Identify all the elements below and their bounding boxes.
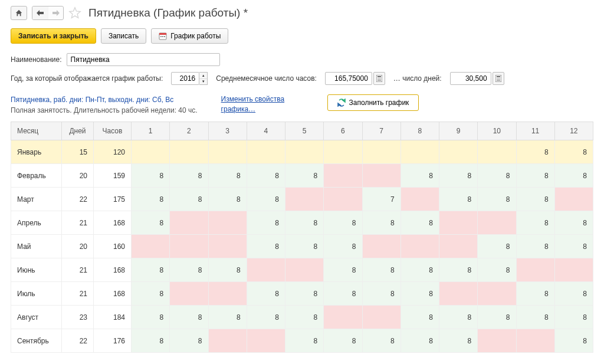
spinner-up-icon[interactable]: ▲ bbox=[199, 73, 207, 79]
cell-day[interactable]: 8 bbox=[170, 258, 208, 282]
cell-day[interactable] bbox=[170, 211, 208, 235]
cell-day[interactable]: 8 bbox=[208, 306, 247, 329]
col-day-2[interactable]: 2 bbox=[170, 122, 208, 140]
col-day-9[interactable]: 9 bbox=[439, 122, 478, 140]
cell-day[interactable]: 8 bbox=[247, 282, 285, 306]
cell-day[interactable]: 8 bbox=[516, 306, 554, 329]
cell-day[interactable]: 8 bbox=[362, 211, 401, 235]
table-row[interactable]: Май20160888888 bbox=[11, 235, 593, 258]
cell-day[interactable] bbox=[362, 164, 401, 188]
cell-day[interactable]: 8 bbox=[132, 329, 170, 353]
cell-month[interactable]: Май bbox=[11, 235, 62, 258]
cell-day[interactable] bbox=[401, 140, 439, 164]
cell-day[interactable]: 7 bbox=[362, 188, 401, 211]
cell-day[interactable] bbox=[439, 235, 478, 258]
fill-schedule-button[interactable]: Заполнить график bbox=[327, 94, 419, 111]
cell-days[interactable]: 22 bbox=[62, 188, 94, 211]
cell-month[interactable]: Август bbox=[11, 306, 62, 329]
cell-day[interactable] bbox=[478, 282, 516, 306]
cell-day[interactable]: 8 bbox=[132, 282, 170, 306]
cell-day[interactable] bbox=[285, 188, 324, 211]
year-spinner[interactable]: ▲ ▼ bbox=[199, 72, 208, 85]
col-day-4[interactable]: 4 bbox=[247, 122, 285, 140]
year-input[interactable] bbox=[171, 72, 199, 85]
edit-properties-link[interactable]: Изменить свойства графика… bbox=[221, 95, 285, 113]
cell-month[interactable]: Март bbox=[11, 188, 62, 211]
save-button[interactable]: Записать bbox=[101, 28, 146, 44]
table-row[interactable]: Март2217588887888 bbox=[11, 188, 593, 211]
cell-month[interactable]: Июнь bbox=[11, 258, 62, 282]
cell-day[interactable]: 8 bbox=[324, 282, 362, 306]
cell-day[interactable] bbox=[324, 140, 362, 164]
cell-day[interactable]: 8 bbox=[285, 282, 324, 306]
cell-day[interactable] bbox=[362, 306, 401, 329]
cell-day[interactable]: 8 bbox=[247, 188, 285, 211]
cell-day[interactable]: 8 bbox=[362, 258, 401, 282]
cell-day[interactable]: 8 bbox=[324, 258, 362, 282]
cell-day[interactable] bbox=[478, 211, 516, 235]
cell-day[interactable] bbox=[554, 258, 593, 282]
cell-day[interactable]: 8 bbox=[247, 306, 285, 329]
favorite-star-icon[interactable] bbox=[68, 6, 81, 19]
cell-day[interactable] bbox=[516, 329, 554, 353]
cell-days[interactable]: 21 bbox=[62, 211, 94, 235]
cell-day[interactable] bbox=[208, 235, 247, 258]
cell-day[interactable]: 8 bbox=[439, 164, 478, 188]
cell-day[interactable] bbox=[478, 329, 516, 353]
cell-day[interactable]: 8 bbox=[362, 282, 401, 306]
cell-day[interactable] bbox=[439, 211, 478, 235]
cell-day[interactable] bbox=[285, 140, 324, 164]
cell-day[interactable]: 8 bbox=[401, 282, 439, 306]
col-day-12[interactable]: 12 bbox=[554, 122, 593, 140]
cell-day[interactable]: 8 bbox=[516, 282, 554, 306]
table-row[interactable]: Сентябрь2217688888888 bbox=[11, 329, 593, 353]
cell-hours[interactable]: 184 bbox=[94, 306, 132, 329]
col-day-7[interactable]: 7 bbox=[362, 122, 401, 140]
table-row[interactable]: Апрель2116888888888 bbox=[11, 211, 593, 235]
cell-day[interactable]: 8 bbox=[401, 329, 439, 353]
cell-day[interactable] bbox=[170, 140, 208, 164]
cell-day[interactable] bbox=[247, 329, 285, 353]
cell-day[interactable]: 8 bbox=[554, 329, 593, 353]
table-row[interactable]: Февраль201598888888888 bbox=[11, 164, 593, 188]
cell-hours[interactable]: 168 bbox=[94, 258, 132, 282]
col-day-3[interactable]: 3 bbox=[208, 122, 247, 140]
col-day-10[interactable]: 10 bbox=[478, 122, 516, 140]
cell-day[interactable]: 8 bbox=[439, 188, 478, 211]
cell-day[interactable]: 8 bbox=[554, 282, 593, 306]
cell-day[interactable]: 8 bbox=[132, 306, 170, 329]
cell-day[interactable] bbox=[324, 306, 362, 329]
cell-day[interactable] bbox=[554, 188, 593, 211]
cell-day[interactable]: 8 bbox=[554, 140, 593, 164]
cell-day[interactable]: 8 bbox=[247, 211, 285, 235]
cell-day[interactable]: 8 bbox=[285, 329, 324, 353]
cell-day[interactable]: 8 bbox=[401, 164, 439, 188]
cell-days[interactable]: 21 bbox=[62, 282, 94, 306]
cell-day[interactable]: 8 bbox=[554, 164, 593, 188]
cell-day[interactable]: 8 bbox=[516, 140, 554, 164]
cell-day[interactable]: 8 bbox=[516, 211, 554, 235]
table-row[interactable]: Август231848888888888 bbox=[11, 306, 593, 329]
cell-day[interactable]: 8 bbox=[285, 164, 324, 188]
cell-month[interactable]: Июль bbox=[11, 282, 62, 306]
cell-day[interactable]: 8 bbox=[285, 235, 324, 258]
cell-day[interactable] bbox=[362, 140, 401, 164]
cell-month[interactable]: Январь bbox=[11, 140, 62, 164]
spinner-down-icon[interactable]: ▼ bbox=[199, 79, 207, 85]
cell-day[interactable]: 8 bbox=[554, 306, 593, 329]
cell-day[interactable]: 8 bbox=[132, 258, 170, 282]
cell-day[interactable]: 8 bbox=[170, 306, 208, 329]
cell-days[interactable]: 20 bbox=[62, 164, 94, 188]
table-row[interactable]: Июль2116888888888 bbox=[11, 282, 593, 306]
cell-day[interactable] bbox=[132, 235, 170, 258]
cell-hours[interactable]: 168 bbox=[94, 282, 132, 306]
col-day-8[interactable]: 8 bbox=[401, 122, 439, 140]
home-button[interactable] bbox=[11, 6, 27, 20]
col-month[interactable]: Месяц bbox=[11, 122, 62, 140]
cell-day[interactable]: 8 bbox=[478, 235, 516, 258]
cell-day[interactable]: 8 bbox=[478, 164, 516, 188]
cell-day[interactable] bbox=[439, 140, 478, 164]
cell-day[interactable] bbox=[132, 140, 170, 164]
cell-day[interactable]: 8 bbox=[170, 329, 208, 353]
cell-month[interactable]: Февраль bbox=[11, 164, 62, 188]
